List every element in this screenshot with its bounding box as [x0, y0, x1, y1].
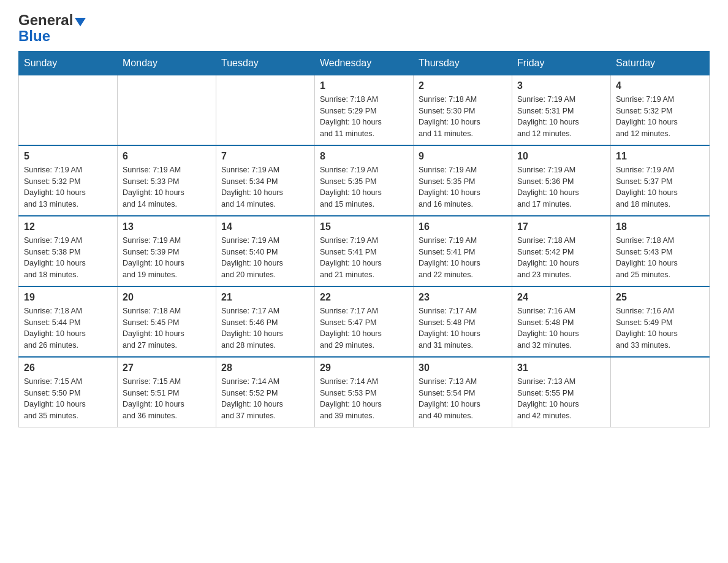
day-number: 8	[320, 151, 408, 162]
day-number: 9	[419, 151, 507, 162]
calendar-cell: 22Sunrise: 7:17 AM Sunset: 5:47 PM Dayli…	[315, 286, 414, 357]
calendar-cell: 28Sunrise: 7:14 AM Sunset: 5:52 PM Dayli…	[216, 357, 315, 427]
calendar-week-row: 26Sunrise: 7:15 AM Sunset: 5:50 PM Dayli…	[19, 357, 710, 427]
calendar-week-row: 12Sunrise: 7:19 AM Sunset: 5:38 PM Dayli…	[19, 216, 710, 286]
calendar-cell: 1Sunrise: 7:18 AM Sunset: 5:29 PM Daylig…	[315, 75, 414, 145]
calendar-cell: 9Sunrise: 7:19 AM Sunset: 5:35 PM Daylig…	[414, 145, 512, 216]
day-of-week-header: Saturday	[611, 51, 710, 75]
calendar-cell	[216, 75, 315, 145]
calendar-cell	[611, 357, 710, 427]
day-info: Sunrise: 7:19 AM Sunset: 5:31 PM Dayligh…	[517, 94, 605, 140]
calendar-cell: 27Sunrise: 7:15 AM Sunset: 5:51 PM Dayli…	[118, 357, 216, 427]
day-info: Sunrise: 7:16 AM Sunset: 5:48 PM Dayligh…	[517, 305, 605, 351]
calendar-cell: 12Sunrise: 7:19 AM Sunset: 5:38 PM Dayli…	[19, 216, 118, 286]
day-info: Sunrise: 7:19 AM Sunset: 5:32 PM Dayligh…	[616, 94, 704, 140]
day-info: Sunrise: 7:18 AM Sunset: 5:44 PM Dayligh…	[24, 305, 112, 351]
day-number: 3	[517, 80, 605, 91]
calendar-cell: 30Sunrise: 7:13 AM Sunset: 5:54 PM Dayli…	[414, 357, 512, 427]
calendar-cell: 8Sunrise: 7:19 AM Sunset: 5:35 PM Daylig…	[315, 145, 414, 216]
day-number: 11	[616, 151, 704, 162]
calendar-cell	[19, 75, 118, 145]
calendar-cell: 13Sunrise: 7:19 AM Sunset: 5:39 PM Dayli…	[118, 216, 216, 286]
day-number: 26	[24, 362, 112, 373]
day-number: 23	[419, 292, 507, 303]
day-info: Sunrise: 7:19 AM Sunset: 5:33 PM Dayligh…	[123, 164, 211, 210]
day-info: Sunrise: 7:19 AM Sunset: 5:39 PM Dayligh…	[123, 235, 211, 281]
calendar-cell: 3Sunrise: 7:19 AM Sunset: 5:31 PM Daylig…	[512, 75, 611, 145]
calendar-cell: 10Sunrise: 7:19 AM Sunset: 5:36 PM Dayli…	[512, 145, 611, 216]
day-number: 19	[24, 292, 112, 303]
calendar-cell: 14Sunrise: 7:19 AM Sunset: 5:40 PM Dayli…	[216, 216, 315, 286]
day-info: Sunrise: 7:18 AM Sunset: 5:45 PM Dayligh…	[123, 305, 211, 351]
day-info: Sunrise: 7:19 AM Sunset: 5:40 PM Dayligh…	[221, 235, 309, 281]
calendar-cell: 18Sunrise: 7:18 AM Sunset: 5:43 PM Dayli…	[611, 216, 710, 286]
calendar-cell: 5Sunrise: 7:19 AM Sunset: 5:32 PM Daylig…	[19, 145, 118, 216]
day-number: 22	[320, 292, 408, 303]
calendar-cell: 21Sunrise: 7:17 AM Sunset: 5:46 PM Dayli…	[216, 286, 315, 357]
logo-blue-text: Blue	[18, 28, 86, 44]
day-number: 5	[24, 151, 112, 162]
day-info: Sunrise: 7:13 AM Sunset: 5:54 PM Dayligh…	[419, 376, 507, 422]
day-info: Sunrise: 7:14 AM Sunset: 5:52 PM Dayligh…	[221, 376, 309, 422]
day-number: 25	[616, 292, 704, 303]
day-info: Sunrise: 7:19 AM Sunset: 5:34 PM Dayligh…	[221, 164, 309, 210]
day-number: 30	[419, 362, 507, 373]
calendar-cell: 16Sunrise: 7:19 AM Sunset: 5:41 PM Dayli…	[414, 216, 512, 286]
logo-triangle-icon	[75, 18, 86, 26]
logo-general-text: General	[18, 12, 73, 28]
day-info: Sunrise: 7:16 AM Sunset: 5:49 PM Dayligh…	[616, 305, 704, 351]
day-number: 7	[221, 151, 309, 162]
calendar-cell: 23Sunrise: 7:17 AM Sunset: 5:48 PM Dayli…	[414, 286, 512, 357]
day-of-week-header: Monday	[118, 51, 216, 75]
day-of-week-header: Friday	[512, 51, 611, 75]
day-info: Sunrise: 7:14 AM Sunset: 5:53 PM Dayligh…	[320, 376, 408, 422]
calendar-cell: 20Sunrise: 7:18 AM Sunset: 5:45 PM Dayli…	[118, 286, 216, 357]
day-info: Sunrise: 7:19 AM Sunset: 5:41 PM Dayligh…	[320, 235, 408, 281]
day-info: Sunrise: 7:17 AM Sunset: 5:48 PM Dayligh…	[419, 305, 507, 351]
calendar-cell: 4Sunrise: 7:19 AM Sunset: 5:32 PM Daylig…	[611, 75, 710, 145]
day-info: Sunrise: 7:13 AM Sunset: 5:55 PM Dayligh…	[517, 376, 605, 422]
calendar-cell: 6Sunrise: 7:19 AM Sunset: 5:33 PM Daylig…	[118, 145, 216, 216]
day-number: 27	[123, 362, 211, 373]
calendar-table: SundayMondayTuesdayWednesdayThursdayFrid…	[18, 51, 710, 427]
day-number: 1	[320, 80, 408, 91]
day-info: Sunrise: 7:18 AM Sunset: 5:29 PM Dayligh…	[320, 94, 408, 140]
day-info: Sunrise: 7:19 AM Sunset: 5:37 PM Dayligh…	[616, 164, 704, 210]
calendar-cell: 25Sunrise: 7:16 AM Sunset: 5:49 PM Dayli…	[611, 286, 710, 357]
calendar-cell	[118, 75, 216, 145]
day-number: 13	[123, 221, 211, 232]
day-of-week-header: Tuesday	[216, 51, 315, 75]
calendar-header-row: SundayMondayTuesdayWednesdayThursdayFrid…	[19, 51, 710, 75]
day-number: 18	[616, 221, 704, 232]
day-info: Sunrise: 7:17 AM Sunset: 5:46 PM Dayligh…	[221, 305, 309, 351]
day-info: Sunrise: 7:19 AM Sunset: 5:35 PM Dayligh…	[419, 164, 507, 210]
calendar-week-row: 5Sunrise: 7:19 AM Sunset: 5:32 PM Daylig…	[19, 145, 710, 216]
calendar-cell: 2Sunrise: 7:18 AM Sunset: 5:30 PM Daylig…	[414, 75, 512, 145]
day-number: 10	[517, 151, 605, 162]
calendar-cell: 26Sunrise: 7:15 AM Sunset: 5:50 PM Dayli…	[19, 357, 118, 427]
calendar-cell: 17Sunrise: 7:18 AM Sunset: 5:42 PM Dayli…	[512, 216, 611, 286]
day-info: Sunrise: 7:18 AM Sunset: 5:30 PM Dayligh…	[419, 94, 507, 140]
day-number: 4	[616, 80, 704, 91]
day-number: 15	[320, 221, 408, 232]
day-info: Sunrise: 7:19 AM Sunset: 5:38 PM Dayligh…	[24, 235, 112, 281]
day-number: 16	[419, 221, 507, 232]
calendar-cell: 29Sunrise: 7:14 AM Sunset: 5:53 PM Dayli…	[315, 357, 414, 427]
day-number: 6	[123, 151, 211, 162]
day-info: Sunrise: 7:15 AM Sunset: 5:51 PM Dayligh…	[123, 376, 211, 422]
calendar-cell: 15Sunrise: 7:19 AM Sunset: 5:41 PM Dayli…	[315, 216, 414, 286]
calendar-week-row: 1Sunrise: 7:18 AM Sunset: 5:29 PM Daylig…	[19, 75, 710, 145]
day-info: Sunrise: 7:17 AM Sunset: 5:47 PM Dayligh…	[320, 305, 408, 351]
logo: General Blue	[18, 12, 86, 45]
calendar-cell: 19Sunrise: 7:18 AM Sunset: 5:44 PM Dayli…	[19, 286, 118, 357]
day-number: 20	[123, 292, 211, 303]
page-header: General Blue	[18, 12, 710, 45]
day-number: 31	[517, 362, 605, 373]
calendar-week-row: 19Sunrise: 7:18 AM Sunset: 5:44 PM Dayli…	[19, 286, 710, 357]
day-number: 17	[517, 221, 605, 232]
day-number: 21	[221, 292, 309, 303]
day-info: Sunrise: 7:18 AM Sunset: 5:43 PM Dayligh…	[616, 235, 704, 281]
day-of-week-header: Thursday	[414, 51, 512, 75]
day-info: Sunrise: 7:19 AM Sunset: 5:41 PM Dayligh…	[419, 235, 507, 281]
day-number: 14	[221, 221, 309, 232]
